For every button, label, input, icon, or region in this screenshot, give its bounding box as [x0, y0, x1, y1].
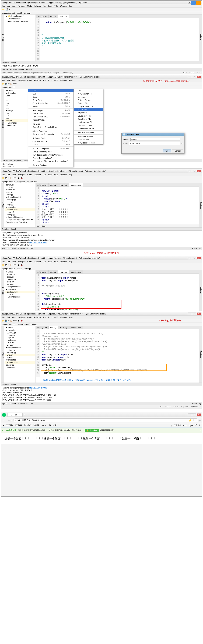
minimize-button[interactable]: –	[188, 414, 192, 416]
menu-refactor[interactable]: Refactor	[28, 122, 74, 126]
project-tree[interactable]: ▾ app01 ▸ migrations __init__.py admin.p…	[4, 326, 36, 382]
bookmark-item[interactable]: 浏览器	[33, 424, 39, 427]
python-console-tab[interactable]: Python Console	[2, 247, 16, 249]
database-tab[interactable]: Database	[199, 14, 202, 61]
code-editor[interactable]: 12345678910111213 <!DOCTYPE html> <html …	[36, 187, 199, 224]
lightning-icon[interactable]: ⚡	[189, 419, 192, 422]
menu-copy[interactable]: CopyCtrl+C	[28, 96, 74, 98]
fav-icon[interactable]: ★	[2, 424, 4, 426]
tab-views[interactable]: views.py	[58, 14, 69, 18]
menu-icon[interactable]: ≡	[200, 419, 200, 422]
new-file[interactable]: File	[74, 89, 103, 92]
menu-run-test[interactable]: Run 'Test templates'Ctrl+Shift+F10	[28, 147, 74, 150]
close-button[interactable]: ×	[197, 414, 201, 416]
menu-concurrency[interactable]: Concurrency Diagram for 'Test templates'	[28, 160, 74, 163]
html-path[interactable]: html › body	[36, 224, 199, 227]
bookmark-item[interactable]: 课	[195, 424, 197, 427]
banner-close-icon[interactable]: ×	[200, 430, 201, 432]
project-tool-tab[interactable]: 1: Project	[1, 183, 4, 227]
never-this-site[interactable]: 此网站不再提示	[100, 429, 114, 432]
new-scratch[interactable]: New Scratch File	[74, 92, 103, 96]
terminal-output[interactable]: auth, contenttypes, sessions. Run 'pytho…	[1, 230, 202, 247]
new-package-json[interactable]: package.json File	[74, 120, 103, 124]
home-button[interactable]: ⌂	[11, 419, 12, 422]
edit-templates[interactable]: Edit File Templates...	[74, 131, 103, 134]
tab-urls[interactable]: urls.py	[49, 14, 58, 18]
menu-run[interactable]: Run	[43, 5, 46, 7]
terminal-tab[interactable]: Terminal	[2, 62, 10, 64]
dialog-close-icon[interactable]: ✕	[181, 133, 183, 136]
menu-copy-path[interactable]: Copy PathCtrl+Shift+C	[28, 98, 74, 102]
widget-icon[interactable]	[191, 1, 196, 5]
project-tool-tab[interactable]: 1: Project	[1, 89, 4, 159]
menu-edit[interactable]: Edit	[7, 5, 10, 7]
code-text[interactable]: return HttpResponse( return HttpResponse…	[40, 18, 92, 61]
new-html-file[interactable]: HTML File	[74, 108, 103, 111]
menu-help[interactable]: Help	[68, 5, 72, 7]
code-editor[interactable]: 891011121314151617181920212223 return Ht…	[36, 18, 199, 61]
new-js[interactable]: JavaScript File	[74, 114, 103, 118]
ok-button[interactable]: OK	[163, 149, 171, 152]
kind-select[interactable]	[129, 142, 180, 145]
open-icon[interactable]: 📁	[2, 8, 4, 10]
menu-copy-rel[interactable]: Copy Relative PathCtrl+Alt+Shift+C	[28, 102, 74, 105]
undo-icon[interactable]: ↶	[9, 8, 11, 10]
refresh-button[interactable]: ⟳	[8, 419, 10, 422]
terminal-output[interactable]: Quit the server with CTRL-BREAK.	[1, 64, 202, 68]
new-pkg[interactable]: Python Package	[74, 98, 103, 102]
todo-tab[interactable]: TODO	[2, 68, 8, 70]
bookmark-item[interactable]: 扩展	[53, 424, 56, 427]
new-http[interactable]: New HTTP Request	[74, 141, 103, 144]
line-sep[interactable]: CRLF :	[190, 72, 195, 74]
redo-icon[interactable]: ↷	[12, 8, 13, 10]
bookmark-item[interactable]: Kiwi V...	[40, 424, 48, 426]
bookmark-item[interactable]: 搜	[49, 424, 51, 427]
menu-new[interactable]: New	[28, 89, 74, 92]
menu-explorer[interactable]: Show in Explorer	[28, 164, 74, 167]
up-down-icon[interactable]: ↕	[182, 138, 183, 140]
code-editor[interactable]: 910111213141516171819202122232425 2. Add…	[36, 329, 199, 377]
menu-profile[interactable]: Profile 'Test templates'	[28, 156, 74, 160]
bookmark-item[interactable]: 游戏中心	[24, 424, 31, 427]
bookmark-item[interactable]: Agile	[189, 424, 193, 426]
menu-window[interactable]: Window	[60, 5, 67, 7]
menu-view[interactable]: View	[12, 5, 16, 7]
tab-settings[interactable]: settings.py	[36, 183, 49, 186]
menu-tools[interactable]: Tools	[48, 5, 52, 7]
maximize-button[interactable]: □	[192, 414, 196, 416]
menu-code[interactable]: Code	[27, 5, 32, 7]
menu-cut[interactable]: CutCtrl+X	[28, 92, 74, 96]
python-console-tab[interactable]: Python Console	[18, 68, 32, 70]
name-input[interactable]	[130, 138, 180, 141]
menu-file[interactable]: File	[2, 5, 5, 7]
code-editor[interactable]: 1234567891011121314 from django.shortcut…	[36, 274, 199, 311]
new-coffee[interactable]: CoffeeScript File	[74, 124, 103, 127]
breadcrumb[interactable]: djangoDemo02 › app01 › views.py	[1, 12, 202, 14]
back-button[interactable]: 〈	[2, 419, 4, 422]
breadcrumb[interactable]: djangoDemo03 › templates › student.html	[1, 180, 202, 183]
bookmark-item[interactable]: 360搜索	[15, 424, 22, 427]
new-python[interactable]: Python File	[74, 102, 103, 105]
menu-find-usages[interactable]: Find UsagesAlt+F7	[28, 109, 74, 112]
dropdown-icon[interactable]: ▾	[182, 142, 182, 145]
menu-find-path[interactable]: Find in Path...Ctrl+Shift+F	[28, 112, 74, 115]
forward-button[interactable]: 〉	[6, 419, 7, 422]
new-submenu[interactable]: File New Scratch File Directory Python P…	[74, 89, 104, 144]
new-gherkin[interactable]: Gherkin feature file	[74, 127, 103, 130]
new-jupyter[interactable]: Jupyter Notebook	[74, 105, 103, 108]
menu-vcs[interactable]: VCS	[54, 5, 58, 7]
terminal-tab[interactable]: Terminal	[18, 247, 25, 249]
menu-thumb[interactable]: Show Image ThumbnailsCtrl+Shift+T	[28, 133, 74, 136]
project-tree[interactable]: ▾ app01 admin.py apps.py models.py tests…	[4, 270, 36, 311]
menu-inspect[interactable]: Inspect Code...	[28, 118, 74, 122]
star-icon[interactable]: ☆	[192, 419, 194, 422]
bookmark-item[interactable]: zoho	[183, 424, 187, 426]
widget-icon[interactable]: S	[196, 1, 201, 5]
new-dir[interactable]: Directory	[74, 96, 103, 98]
menu-debug-test[interactable]: Debug 'Test templates'	[28, 150, 74, 153]
database-tab[interactable]: Database	[199, 183, 202, 227]
terminal-local-tab[interactable]: Local	[11, 62, 16, 64]
menu-reformat[interactable]: Reformat CodeCtrl+Alt+L	[28, 137, 74, 140]
save-icon[interactable]: 💾	[6, 8, 8, 10]
project-tree[interactable]: ▾ 📁 djangoDemo02 ▸ External Libraries Sc…	[4, 14, 36, 61]
